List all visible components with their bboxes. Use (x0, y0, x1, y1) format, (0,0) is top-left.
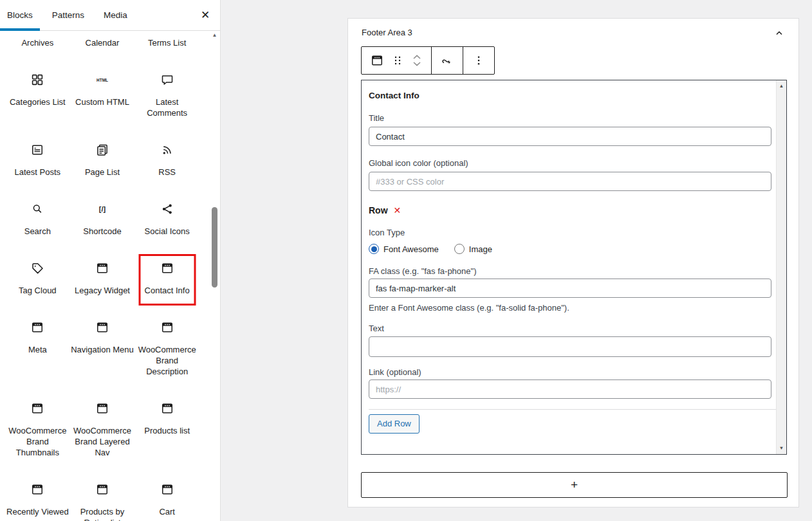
text-input[interactable] (369, 336, 771, 357)
icon-type-option-font-awesome[interactable]: Font Awesome (369, 244, 439, 254)
collapse-chevron-icon[interactable] (771, 25, 787, 41)
scroll-up-arrow-icon[interactable]: ▲ (209, 32, 220, 39)
block-item-page-list[interactable]: Page List (70, 142, 135, 201)
link-label: Link (optional) (369, 367, 786, 377)
radio-unchecked-icon[interactable] (454, 244, 465, 254)
legacy-widget-icon (95, 482, 110, 497)
fa-class-input[interactable] (369, 279, 771, 298)
title-input[interactable] (369, 127, 771, 146)
block-item-tag-cloud[interactable]: Tag Cloud (5, 260, 70, 320)
block-label: Products list (144, 425, 190, 436)
block-toolbar (361, 46, 495, 75)
categories-icon (30, 72, 45, 87)
block-label: WooCommerce Brand Layered Nav (70, 425, 134, 458)
widget-area-card: Footer Area 3 Contact Info Title Global … (347, 18, 799, 507)
options-kebab-icon[interactable] (471, 53, 486, 68)
comment-icon (160, 72, 175, 87)
block-item-meta[interactable]: Meta (5, 320, 70, 401)
legacy-widget-icon (30, 320, 45, 335)
legacy-widget-icon (30, 482, 45, 497)
block-item-legacy-widget[interactable]: Legacy Widget (70, 260, 135, 320)
rss-icon (160, 142, 175, 158)
legacy-widget-icon (160, 401, 175, 416)
block-item-search[interactable]: Search (5, 201, 70, 260)
add-row-button[interactable]: Add Row (369, 414, 420, 434)
contact-info-form: Contact Info Title Global icon color (op… (362, 80, 786, 434)
legacy-widget-form-box: Contact Info Title Global icon color (op… (361, 80, 787, 455)
tab-blocks[interactable]: Blocks (0, 0, 40, 30)
block-item-terms-list[interactable]: Terms List (134, 31, 199, 72)
text-label: Text (369, 324, 786, 333)
tab-media[interactable]: Media (97, 0, 134, 30)
widget-form-heading: Contact Info (369, 91, 786, 100)
scroll-down-arrow-icon[interactable]: ▼ (777, 444, 786, 453)
legacy-widget-icon (95, 260, 110, 276)
form-divider (369, 409, 776, 410)
block-item-archives[interactable]: Archives (5, 31, 70, 72)
move-up-down-icons[interactable] (411, 50, 423, 71)
icon-type-option-image[interactable]: Image (454, 244, 492, 254)
block-item-categories-list[interactable]: Categories List (5, 72, 70, 142)
block-item-navigation-menu[interactable]: Navigation Menu (70, 320, 135, 401)
block-label: Recently Viewed (6, 506, 69, 517)
icon-type-radio-group: Font AwesomeImage (369, 244, 786, 254)
block-item-social-icons[interactable]: Social Icons (134, 201, 199, 260)
add-block-appender[interactable]: + (361, 472, 788, 498)
tab-patterns[interactable]: Patterns (45, 0, 91, 30)
legacy-widget-icon[interactable] (369, 53, 385, 68)
radio-label: Font Awesome (383, 244, 439, 254)
block-label: Social Icons (145, 226, 190, 237)
block-label: Tag Cloud (19, 285, 57, 296)
block-item-latest-posts[interactable]: Latest Posts (5, 142, 70, 201)
icon-color-label: Global icon color (optional) (369, 158, 786, 168)
block-label: Meta (28, 344, 47, 355)
block-label: Latest Comments (135, 96, 199, 118)
block-item-calendar[interactable]: Calendar (70, 31, 135, 72)
block-item-recently-viewed[interactable]: Recently Viewed (5, 482, 70, 521)
widget-area-title: Footer Area 3 (362, 28, 412, 37)
block-label: Custom HTML (75, 96, 129, 107)
block-label: WooCommerce Brand Thumbnails (5, 425, 69, 458)
block-label: Navigation Menu (71, 344, 134, 355)
block-label: Page List (85, 167, 120, 178)
block-label: Terms List (148, 37, 186, 48)
block-label: Shortcode (83, 226, 121, 237)
blocks-grid: ArchivesCalendarTerms ListCategories Lis… (0, 31, 221, 521)
legacy-widget-icon (160, 320, 175, 335)
radio-checked-icon[interactable] (369, 244, 379, 254)
block-item-latest-comments[interactable]: Latest Comments (134, 72, 199, 142)
block-item-woocommerce-brand-description[interactable]: WooCommerce Brand Description (134, 320, 199, 401)
blocks-scroll-viewport: ArchivesCalendarTerms ListCategories Lis… (0, 31, 221, 521)
form-scrollbar[interactable]: ▲ ▼ (776, 80, 786, 454)
block-item-contact-info[interactable]: Contact Info (134, 260, 199, 320)
scroll-up-arrow-icon[interactable]: ▲ (777, 82, 786, 91)
block-item-products-by-rating-list[interactable]: Products by Rating list (70, 482, 135, 521)
close-icon[interactable]: ✕ (190, 0, 220, 30)
block-label: WooCommerce Brand Description (135, 344, 199, 377)
icon-type-label: Icon Type (369, 228, 786, 237)
block-item-shortcode[interactable]: [/]Shortcode (70, 201, 135, 260)
share-icon (160, 201, 175, 217)
block-item-woocommerce-brand-thumbnails[interactable]: WooCommerce Brand Thumbnails (5, 401, 70, 482)
fa-class-label: FA class (e.g. "fas fa-phone") (369, 266, 786, 276)
page-list-icon (95, 142, 110, 158)
block-label: Search (24, 226, 51, 237)
block-item-woocommerce-brand-layered-nav[interactable]: WooCommerce Brand Layered Nav (70, 401, 135, 482)
icon-color-input[interactable] (369, 172, 771, 191)
legacy-widget-icon (160, 260, 175, 276)
shortcode-icon: [/] (95, 201, 110, 217)
move-to-widget-area-icon[interactable] (439, 53, 455, 68)
block-item-cart[interactable]: Cart (134, 482, 199, 521)
title-label: Title (369, 113, 786, 123)
post-list-icon (30, 142, 45, 158)
svg-text:[/]: [/] (99, 205, 106, 213)
link-input[interactable] (369, 379, 771, 399)
remove-row-icon[interactable]: ✕ (394, 206, 401, 215)
block-item-products-list[interactable]: Products list (134, 401, 199, 482)
block-item-custom-html[interactable]: HTMLCustom HTML (70, 72, 135, 142)
block-item-rss[interactable]: RSS (134, 142, 199, 201)
drag-handle-icon[interactable] (392, 53, 403, 68)
scrollbar-thumb[interactable] (212, 207, 217, 288)
legacy-widget-icon (95, 401, 110, 416)
block-label: Latest Posts (15, 167, 61, 178)
